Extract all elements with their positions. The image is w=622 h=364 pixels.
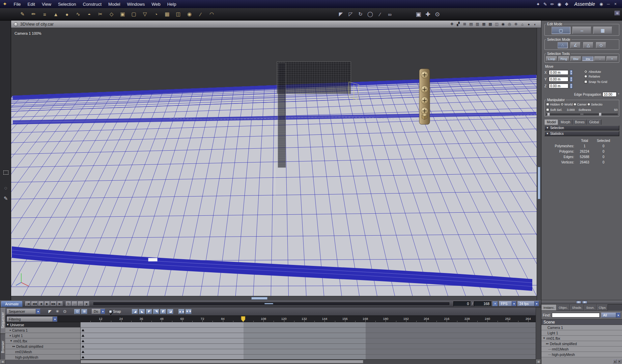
- drop-tool-icon[interactable]: ◉: [186, 10, 193, 19]
- menu-model[interactable]: Model: [105, 2, 123, 7]
- cross-section-icon[interactable]: ✚: [449, 22, 454, 27]
- menu-selection[interactable]: Selection: [55, 2, 79, 7]
- relative-radio[interactable]: [584, 75, 587, 78]
- tray-splitter[interactable]: ⊟ ⊕: [541, 300, 622, 304]
- prev-key-button[interactable]: ◀◀: [31, 301, 37, 306]
- expand-triangle-icon[interactable]: ▼: [6, 323, 9, 326]
- expand-triangle-icon[interactable]: ▸▸: [12, 345, 15, 348]
- menu-help[interactable]: Help: [164, 2, 180, 7]
- tab-global[interactable]: Global: [587, 119, 601, 125]
- object-selection-button[interactable]: ◇: [596, 42, 606, 48]
- sequencer-hscroll-thumb[interactable]: [81, 360, 363, 363]
- vertex-tool-icon[interactable]: ◇: [108, 10, 115, 19]
- rake-tool-icon[interactable]: ≡: [41, 10, 49, 19]
- viewport-vscroll-thumb[interactable]: [538, 167, 540, 199]
- select-arrow-icon[interactable]: ◤: [337, 10, 345, 19]
- capsule-primitive-icon[interactable]: ▢: [130, 10, 138, 19]
- frame-box-button[interactable]: ⊡: [74, 309, 80, 314]
- link-tool-icon[interactable]: ∞: [386, 10, 394, 19]
- pen-select-icon[interactable]: ✎: [2, 195, 9, 202]
- chevron-down-icon[interactable]: ▼: [36, 309, 40, 314]
- point-selection-button[interactable]: ∴: [558, 42, 568, 48]
- frame-grid-button[interactable]: ⊞: [81, 309, 87, 314]
- chevron-down-icon[interactable]: ▼: [616, 313, 620, 317]
- edge-propagation-field[interactable]: 10.00: [602, 92, 617, 97]
- menu-file[interactable]: File: [10, 2, 24, 7]
- soft-selection-checkbox[interactable]: [546, 108, 549, 111]
- cone-primitive-icon[interactable]: ▽: [141, 10, 149, 19]
- prev-frame-button[interactable]: ◀: [38, 301, 44, 306]
- expand-triangle-icon[interactable]: ▼: [10, 339, 12, 342]
- track-row-camera-1[interactable]: ▸ Camera 1: [5, 328, 80, 333]
- playhead-marker[interactable]: [241, 316, 245, 322]
- list-item-camera-1[interactable]: Camera 1: [541, 325, 622, 330]
- animate-button[interactable]: Animate: [1, 301, 23, 307]
- selection-tool-btw[interactable]: Btw: [570, 56, 582, 61]
- vertex-mode-button[interactable]: ▢: [552, 27, 570, 34]
- menu-view[interactable]: View: [38, 2, 55, 7]
- corner-resize-icon[interactable]: ⊞: [0, 360, 5, 364]
- tab-objec-[interactable]: Objec.: [557, 304, 570, 311]
- move-y-field[interactable]: 0.00 m: [549, 77, 568, 82]
- ring-tool-icon[interactable]: ◯: [366, 10, 374, 19]
- brush-tool-icon[interactable]: ✎: [19, 10, 26, 19]
- polygon-selection-button[interactable]: △: [583, 42, 593, 48]
- eyedropper-icon[interactable]: ∕: [376, 10, 384, 19]
- splitter-collapse-button[interactable]: ⊟: [576, 301, 581, 304]
- selection-tool-ring[interactable]: Ring: [558, 56, 569, 61]
- curve-tool-icon[interactable]: ∿: [74, 10, 82, 19]
- draft-render-icon[interactable]: ▞: [456, 22, 461, 27]
- move-x-field[interactable]: 0.00 m: [549, 70, 568, 75]
- viewport-vertical-scrollbar[interactable]: [537, 28, 541, 300]
- selection-tool--[interactable]: -: [594, 56, 605, 61]
- menu-windows[interactable]: Windows: [123, 2, 148, 7]
- eye-icon[interactable]: ◉: [599, 2, 604, 6]
- do-dropdown[interactable]: Do ▼: [92, 309, 105, 314]
- keyframe-marker[interactable]: [82, 356, 84, 358]
- selection-tool--[interactable]: +: [606, 56, 618, 61]
- step-up-icon[interactable]: ▲: [570, 70, 572, 72]
- viewport-canvas[interactable]: [11, 28, 537, 296]
- track-up-button[interactable]: ▲▲: [178, 309, 185, 314]
- tab-browser[interactable]: Browser: [0, 334, 5, 360]
- snap-checkbox[interactable]: ✓: [109, 310, 112, 313]
- soft-selection-slider-thumb[interactable]: [547, 113, 550, 116]
- marquee-select-icon[interactable]: [2, 169, 9, 176]
- keyframe-marker[interactable]: [82, 351, 84, 353]
- magnify-icon[interactable]: ⊙: [62, 308, 68, 314]
- stop-button[interactable]: ■: [84, 301, 89, 306]
- step-up-icon[interactable]: ▲: [570, 77, 572, 79]
- assemble-room-icon[interactable]: ✦: [536, 2, 540, 7]
- list-item-light-1[interactable]: Light 1: [541, 330, 622, 336]
- track-row-rm01-fbx[interactable]: ▼ rm01.fbx: [5, 338, 80, 344]
- step-down-icon[interactable]: ▼: [570, 86, 572, 88]
- track-row-default-simplified[interactable]: ▸▸ Default simplified: [5, 344, 80, 349]
- hidden-checkbox[interactable]: [546, 103, 549, 106]
- keyframe-marker[interactable]: [82, 334, 84, 337]
- lasso-tool-icon[interactable]: ◸: [347, 10, 355, 19]
- menu-web[interactable]: Web: [148, 2, 164, 7]
- selection-tool-inv[interactable]: Inv: [582, 56, 593, 61]
- viewport-horizontal-scrollbar[interactable]: [11, 296, 537, 300]
- minimize-button[interactable]: ─: [606, 2, 611, 6]
- lasso-select-icon[interactable]: ◌: [2, 184, 9, 191]
- expand-triangle-icon[interactable]: ▸: [10, 329, 11, 332]
- duplicate-tool-icon[interactable]: ◫: [174, 10, 182, 19]
- camera-radio[interactable]: [573, 103, 576, 106]
- display-phong-icon[interactable]: ▩: [488, 22, 493, 27]
- rotate-tool-icon[interactable]: ↻: [357, 10, 364, 19]
- viewport-hscroll-thumb[interactable]: [251, 297, 267, 300]
- tab-model[interactable]: Model: [544, 119, 558, 125]
- move-x-stepper[interactable]: ▲▼: [570, 70, 573, 75]
- chevron-down-icon[interactable]: ▼: [101, 309, 105, 314]
- sequencer-horizontal-scrollbar[interactable]: [80, 359, 536, 364]
- sequencer-mode-dropdown[interactable]: Sequencer ▼: [7, 309, 40, 314]
- chevron-down-icon[interactable]: ▼: [534, 301, 539, 306]
- track-lanes[interactable]: [80, 322, 536, 359]
- tab-sequencer[interactable]: Sequencer: [0, 307, 5, 334]
- list-item-rm01mesh[interactable]: —rm01Mesh: [541, 346, 622, 352]
- step-down-icon[interactable]: ▼: [570, 72, 572, 75]
- statistics-section-header[interactable]: ▼ Statistics: [544, 131, 619, 136]
- track-row-rm01mesh[interactable]: rm01Mesh: [5, 349, 80, 355]
- scroll-down-icon[interactable]: ▼: [617, 359, 621, 363]
